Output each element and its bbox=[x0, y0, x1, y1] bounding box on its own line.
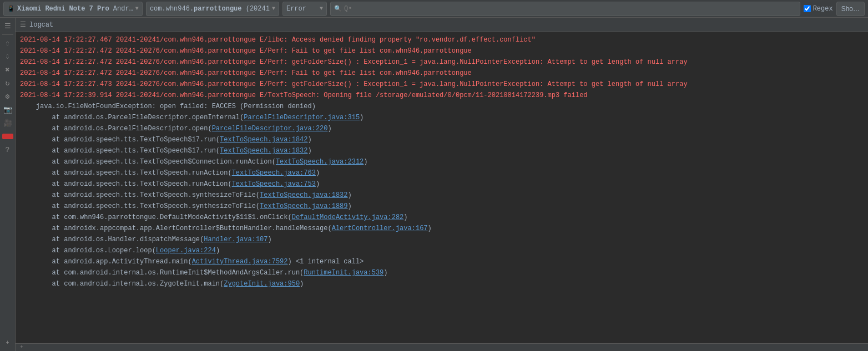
regex-checkbox[interactable] bbox=[804, 5, 811, 12]
package-label: com.whn946.parrottongue (20241 bbox=[150, 5, 270, 13]
stack-prefix: at android.speech.tts.TextToSpeech.synth… bbox=[20, 191, 260, 199]
log-area: ☰ logcat 2021-08-14 17:22:27.467 20241-2… bbox=[16, 18, 868, 351]
log-line: at android.speech.tts.TextToSpeech.runAc… bbox=[16, 179, 868, 190]
stack-prefix: at android.speech.tts.TextToSpeech$17.ru… bbox=[20, 147, 220, 155]
stack-suffix: ) bbox=[360, 114, 364, 121]
log-line: 2021-08-14 17:22:27.473 20241-20276/com.… bbox=[16, 79, 868, 90]
level-label: Error bbox=[286, 5, 317, 13]
sidebar-item-down[interactable]: ⇩ bbox=[2, 50, 14, 63]
stack-link[interactable]: ParcelFileDescriptor.java:220 bbox=[212, 125, 328, 133]
log-line: at android.speech.tts.TextToSpeech$17.ru… bbox=[16, 145, 868, 156]
logcat-header: ☰ logcat bbox=[16, 18, 868, 32]
log-line: at android.os.Handler.dispatchMessage(Ha… bbox=[16, 234, 868, 245]
package-dropdown[interactable]: com.whn946.parrottongue (20241 ▼ bbox=[146, 2, 279, 16]
log-line: 2021-08-14 17:22:27.472 20241-20276/com.… bbox=[16, 68, 868, 79]
stack-link[interactable]: ActivityThread.java:7592 bbox=[192, 258, 288, 266]
stack-prefix: at android.speech.tts.TextToSpeech.runAc… bbox=[20, 180, 232, 188]
show-button[interactable]: Sho… bbox=[836, 2, 865, 16]
chevron-down-icon: ▼ bbox=[135, 6, 139, 12]
sidebar-item-up[interactable]: ⇧ bbox=[2, 37, 14, 49]
log-line: at android.speech.tts.TextToSpeech$17.ru… bbox=[16, 134, 868, 145]
chevron-down-icon: ▼ bbox=[320, 6, 323, 12]
level-dropdown[interactable]: Error ▼ bbox=[282, 2, 327, 16]
search-box[interactable]: 🔍 bbox=[330, 2, 800, 16]
regex-label[interactable]: Regex bbox=[813, 5, 833, 13]
stack-suffix: ) bbox=[364, 158, 367, 166]
stack-prefix: at android.os.ParcelFileDescriptor.openI… bbox=[20, 114, 244, 121]
stack-link[interactable]: TextToSpeech.java:1832 bbox=[260, 191, 347, 199]
stack-prefix: at android.speech.tts.TextToSpeech$17.ru… bbox=[20, 136, 220, 144]
expand-button[interactable]: + bbox=[2, 337, 14, 349]
stack-prefix: at androidx.appcompat.app.AlertControlle… bbox=[20, 225, 332, 232]
expand-icon[interactable]: + bbox=[20, 344, 23, 350]
stack-prefix: at android.os.ParcelFileDescriptor.open( bbox=[20, 125, 212, 133]
search-input[interactable] bbox=[344, 5, 796, 13]
stack-link[interactable]: TextToSpeech.java:1842 bbox=[220, 136, 307, 144]
log-line: at android.os.ParcelFileDescriptor.openI… bbox=[16, 112, 868, 123]
stack-suffix: ) bbox=[428, 225, 432, 232]
device-label: Xiaomi Redmi Note 7 Pro Andr… bbox=[17, 5, 133, 13]
device-dropdown[interactable]: 📱 Xiaomi Redmi Note 7 Pro Andr… ▼ bbox=[3, 2, 143, 16]
stack-link[interactable]: RuntimeInit.java:539 bbox=[304, 269, 383, 277]
log-line: at android.speech.tts.TextToSpeech.synth… bbox=[16, 201, 868, 212]
stack-link[interactable]: Looper.java:224 bbox=[156, 247, 216, 255]
log-line: at com.whn946.parrottongue.DefaultModeAc… bbox=[16, 212, 868, 223]
regex-toggle[interactable]: Regex bbox=[804, 5, 833, 13]
stack-link[interactable]: DefaultModeActivity.java:282 bbox=[292, 213, 404, 221]
stack-link[interactable]: TextToSpeech.java:753 bbox=[232, 180, 316, 188]
stack-prefix: at android.speech.tts.TextToSpeech.synth… bbox=[20, 202, 260, 210]
sidebar-item-menu[interactable]: ☰ bbox=[2, 20, 14, 32]
stack-prefix: at com.android.internal.os.ZygoteInit.ma… bbox=[20, 280, 224, 288]
stack-prefix: at android.speech.tts.TextToSpeech$Conne… bbox=[20, 158, 276, 166]
stack-link[interactable]: TextToSpeech.java:763 bbox=[232, 169, 316, 177]
log-content[interactable]: 2021-08-14 17:22:27.467 20241-20241/com.… bbox=[16, 32, 868, 343]
bottom-bar: + bbox=[16, 343, 868, 351]
stack-suffix: ) bbox=[308, 147, 312, 155]
log-line: at android.speech.tts.TextToSpeech$Conne… bbox=[16, 156, 868, 167]
log-line: at android.os.ParcelFileDescriptor.open(… bbox=[16, 123, 868, 134]
stack-prefix: at com.android.internal.os.RuntimeInit$M… bbox=[20, 269, 304, 277]
stack-link[interactable]: ParcelFileDescriptor.java:315 bbox=[244, 114, 360, 121]
stack-prefix: at android.os.Handler.dispatchMessage( bbox=[20, 236, 204, 243]
main-area: ☰ ⇧ ⇩ ✖ ↻ ⚙ 📷 🎥 ? + ☰ logcat 2021-08-14 … bbox=[0, 18, 868, 351]
stack-suffix: ) bbox=[348, 202, 352, 210]
search-icon: 🔍 bbox=[334, 5, 342, 12]
log-line: java.io.FileNotFoundException: open fail… bbox=[16, 101, 868, 112]
stack-link[interactable]: ZygoteInit.java:950 bbox=[224, 280, 300, 288]
log-line: at android.os.Looper.loop(Looper.java:22… bbox=[16, 245, 868, 256]
sidebar-item-record[interactable] bbox=[2, 130, 14, 143]
stack-suffix: ) bbox=[383, 269, 387, 277]
record-indicator bbox=[2, 134, 13, 139]
stack-suffix: ) bbox=[216, 247, 220, 255]
stack-suffix: ) bbox=[316, 169, 320, 177]
stack-link[interactable]: TextToSpeech.java:1832 bbox=[220, 147, 307, 155]
stack-link[interactable]: Handler.java:107 bbox=[204, 236, 268, 243]
sidebar-item-settings[interactable]: ⚙ bbox=[2, 90, 14, 103]
log-line: at com.android.internal.os.ZygoteInit.ma… bbox=[16, 278, 868, 289]
sidebar-item-video[interactable]: 🎥 bbox=[2, 117, 14, 129]
stack-link[interactable]: TextToSpeech.java:1889 bbox=[260, 202, 347, 210]
stack-prefix: at android.app.ActivityThread.main( bbox=[20, 258, 192, 266]
sidebar-divider bbox=[2, 34, 13, 35]
chevron-down-icon: ▼ bbox=[272, 6, 275, 12]
stack-suffix: ) bbox=[328, 125, 332, 133]
log-line: 2021-08-14 17:22:27.467 20241-20241/com.… bbox=[16, 34, 868, 45]
sidebar-item-camera[interactable]: 📷 bbox=[2, 104, 14, 116]
stack-suffix: ) bbox=[300, 280, 304, 288]
stack-suffix: ) bbox=[316, 180, 320, 188]
device-icon: 📱 bbox=[7, 5, 15, 12]
stack-suffix: ) bbox=[308, 136, 312, 144]
stack-link[interactable]: AlertController.java:167 bbox=[332, 225, 428, 232]
sidebar-item-refresh[interactable]: ↻ bbox=[2, 77, 14, 89]
log-line: 2021-08-14 17:22:39.914 20241-20241/com.… bbox=[16, 90, 868, 101]
log-line: 2021-08-14 17:22:27.472 20241-20276/com.… bbox=[16, 57, 868, 68]
stack-suffix: ) <1 internal call> bbox=[287, 258, 364, 266]
sidebar: ☰ ⇧ ⇩ ✖ ↻ ⚙ 📷 🎥 ? + bbox=[0, 18, 16, 351]
sidebar-item-clear[interactable]: ✖ bbox=[2, 64, 14, 76]
stack-suffix: ) bbox=[403, 213, 407, 221]
log-line: at android.speech.tts.TextToSpeech.synth… bbox=[16, 190, 868, 201]
logcat-menu-icon: ☰ bbox=[20, 21, 26, 29]
sidebar-item-help[interactable]: ? bbox=[2, 144, 14, 156]
log-line: at android.speech.tts.TextToSpeech.runAc… bbox=[16, 167, 868, 179]
stack-link[interactable]: TextToSpeech.java:2312 bbox=[276, 158, 364, 166]
